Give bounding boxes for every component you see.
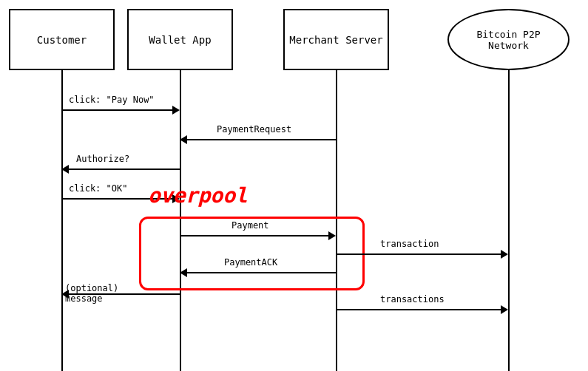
arrow-payment-request-label: PaymentRequest xyxy=(217,124,291,135)
arrow-payment: Payment xyxy=(180,231,336,241)
arrow-payment-ack: PaymentACK xyxy=(180,268,336,278)
actor-wallet-label: Wallet App xyxy=(149,34,211,46)
actor-bitcoin: Bitcoin P2PNetwork xyxy=(447,9,570,70)
arrow-payment-label: Payment xyxy=(232,220,269,231)
sequence-diagram: Customer Wallet App Merchant Server Bitc… xyxy=(0,0,588,371)
actor-customer-label: Customer xyxy=(37,34,87,46)
arrow-transactions-label: transactions xyxy=(380,294,445,304)
actor-customer: Customer xyxy=(9,9,115,70)
arrow-optional-message-label: (optional)message xyxy=(65,283,118,304)
actor-wallet: Wallet App xyxy=(127,9,233,70)
arrow-click-ok-label: click: "OK" xyxy=(69,183,127,194)
lifeline-customer xyxy=(61,70,63,371)
arrow-payment-request: PaymentRequest xyxy=(180,135,336,145)
lifeline-bitcoin xyxy=(508,70,510,371)
actor-bitcoin-label: Bitcoin P2PNetwork xyxy=(476,29,540,51)
arrow-transaction: transaction xyxy=(336,249,508,259)
arrow-optional-message: (optional)message xyxy=(61,285,180,305)
arrow-transactions: transactions xyxy=(336,304,508,315)
arrow-authorize: Authorize? xyxy=(61,164,180,174)
arrow-payment-ack-label: PaymentACK xyxy=(224,257,277,268)
arrow-pay-now: click: "Pay Now" xyxy=(61,105,180,115)
arrow-authorize-label: Authorize? xyxy=(76,154,129,164)
overpool-label: overpool xyxy=(148,183,248,208)
actor-merchant: Merchant Server xyxy=(283,9,389,70)
arrow-transaction-label: transaction xyxy=(380,239,439,249)
arrow-pay-now-label: click: "Pay Now" xyxy=(69,95,155,105)
actor-merchant-label: Merchant Server xyxy=(289,34,382,46)
